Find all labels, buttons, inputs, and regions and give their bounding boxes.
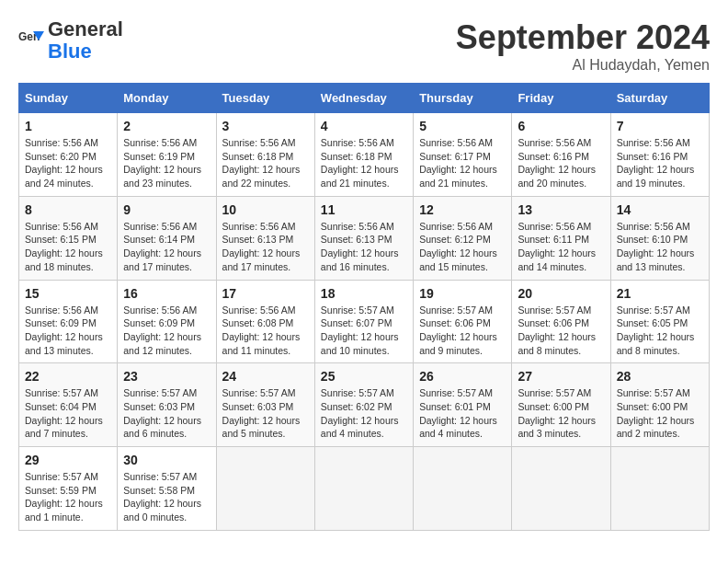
day-detail: Sunrise: 5:56 AM Sunset: 6:16 PM Dayligh…	[518, 136, 604, 190]
day-number: 1	[25, 119, 111, 133]
day-number: 27	[518, 369, 604, 384]
table-cell: 13Sunrise: 5:56 AM Sunset: 6:11 PM Dayli…	[512, 196, 610, 280]
week-row-4: 22Sunrise: 5:57 AM Sunset: 6:04 PM Dayli…	[19, 363, 710, 447]
day-detail: Sunrise: 5:56 AM Sunset: 6:13 PM Dayligh…	[321, 220, 407, 274]
day-number: 12	[419, 202, 506, 217]
table-cell	[314, 447, 413, 531]
table-cell: 9Sunrise: 5:56 AM Sunset: 6:14 PM Daylig…	[118, 196, 216, 280]
table-cell: 8Sunrise: 5:56 AM Sunset: 6:15 PM Daylig…	[19, 196, 118, 280]
table-cell: 17Sunrise: 5:56 AM Sunset: 6:08 PM Dayli…	[216, 280, 314, 363]
day-detail: Sunrise: 5:57 AM Sunset: 5:58 PM Dayligh…	[123, 470, 210, 524]
day-detail: Sunrise: 5:57 AM Sunset: 6:01 PM Dayligh…	[419, 386, 506, 441]
day-number: 2	[123, 119, 210, 133]
day-number: 6	[518, 119, 604, 133]
day-number: 25	[321, 369, 407, 384]
day-detail: Sunrise: 5:57 AM Sunset: 6:03 PM Dayligh…	[123, 386, 210, 441]
day-number: 7	[617, 119, 703, 133]
col-monday: Monday	[118, 84, 216, 113]
col-tuesday: Tuesday	[216, 84, 314, 113]
title-block: September 2024 Al Hudaydah, Yemen	[456, 18, 710, 74]
day-number: 10	[222, 202, 309, 217]
day-number: 18	[321, 286, 407, 301]
day-detail: Sunrise: 5:56 AM Sunset: 6:18 PM Dayligh…	[222, 136, 309, 190]
table-cell: 22Sunrise: 5:57 AM Sunset: 6:04 PM Dayli…	[19, 363, 118, 447]
day-detail: Sunrise: 5:57 AM Sunset: 6:06 PM Dayligh…	[518, 304, 604, 358]
day-detail: Sunrise: 5:56 AM Sunset: 6:08 PM Dayligh…	[222, 304, 309, 358]
day-detail: Sunrise: 5:56 AM Sunset: 6:16 PM Dayligh…	[617, 136, 703, 190]
table-cell: 3Sunrise: 5:56 AM Sunset: 6:18 PM Daylig…	[216, 113, 314, 197]
table-cell: 16Sunrise: 5:56 AM Sunset: 6:09 PM Dayli…	[118, 280, 216, 363]
day-detail: Sunrise: 5:57 AM Sunset: 6:07 PM Dayligh…	[321, 304, 407, 358]
location: Al Hudaydah, Yemen	[456, 57, 710, 74]
day-number: 16	[123, 286, 210, 301]
day-detail: Sunrise: 5:57 AM Sunset: 6:00 PM Dayligh…	[617, 386, 703, 441]
day-number: 3	[222, 119, 309, 133]
logo-icon: Gen	[18, 28, 44, 53]
day-detail: Sunrise: 5:57 AM Sunset: 6:02 PM Dayligh…	[321, 386, 407, 441]
day-number: 5	[419, 119, 506, 133]
week-row-3: 15Sunrise: 5:56 AM Sunset: 6:09 PM Dayli…	[19, 280, 710, 363]
table-cell	[216, 447, 314, 531]
col-saturday: Saturday	[610, 84, 709, 113]
table-cell: 19Sunrise: 5:57 AM Sunset: 6:06 PM Dayli…	[414, 280, 512, 363]
day-detail: Sunrise: 5:56 AM Sunset: 6:10 PM Dayligh…	[617, 220, 703, 274]
table-cell: 15Sunrise: 5:56 AM Sunset: 6:09 PM Dayli…	[19, 280, 118, 363]
day-detail: Sunrise: 5:57 AM Sunset: 6:05 PM Dayligh…	[617, 304, 703, 358]
day-detail: Sunrise: 5:56 AM Sunset: 6:14 PM Dayligh…	[123, 220, 210, 274]
table-cell: 14Sunrise: 5:56 AM Sunset: 6:10 PM Dayli…	[610, 196, 709, 280]
day-number: 11	[321, 202, 407, 217]
day-detail: Sunrise: 5:57 AM Sunset: 6:03 PM Dayligh…	[222, 386, 309, 441]
day-detail: Sunrise: 5:56 AM Sunset: 6:09 PM Dayligh…	[123, 304, 210, 358]
day-detail: Sunrise: 5:56 AM Sunset: 6:18 PM Dayligh…	[321, 136, 407, 190]
table-cell: 24Sunrise: 5:57 AM Sunset: 6:03 PM Dayli…	[216, 363, 314, 447]
week-row-2: 8Sunrise: 5:56 AM Sunset: 6:15 PM Daylig…	[19, 196, 710, 280]
day-number: 9	[123, 202, 210, 217]
table-cell: 26Sunrise: 5:57 AM Sunset: 6:01 PM Dayli…	[414, 363, 512, 447]
col-thursday: Thursday	[414, 84, 512, 113]
table-cell: 12Sunrise: 5:56 AM Sunset: 6:12 PM Dayli…	[414, 196, 512, 280]
table-cell: 11Sunrise: 5:56 AM Sunset: 6:13 PM Dayli…	[314, 196, 413, 280]
col-sunday: Sunday	[19, 84, 118, 113]
table-cell: 29Sunrise: 5:57 AM Sunset: 5:59 PM Dayli…	[19, 447, 118, 531]
day-number: 30	[123, 453, 210, 467]
day-detail: Sunrise: 5:57 AM Sunset: 5:59 PM Dayligh…	[25, 470, 111, 524]
day-number: 21	[617, 286, 703, 301]
day-detail: Sunrise: 5:56 AM Sunset: 6:19 PM Dayligh…	[123, 136, 210, 190]
day-detail: Sunrise: 5:57 AM Sunset: 6:06 PM Dayligh…	[419, 304, 506, 358]
week-row-5: 29Sunrise: 5:57 AM Sunset: 5:59 PM Dayli…	[19, 447, 710, 531]
day-number: 22	[25, 369, 111, 384]
logo-text: General Blue	[48, 18, 123, 63]
table-cell: 21Sunrise: 5:57 AM Sunset: 6:05 PM Dayli…	[610, 280, 709, 363]
day-detail: Sunrise: 5:56 AM Sunset: 6:20 PM Dayligh…	[25, 136, 111, 190]
table-cell: 5Sunrise: 5:56 AM Sunset: 6:17 PM Daylig…	[414, 113, 512, 197]
table-cell: 25Sunrise: 5:57 AM Sunset: 6:02 PM Dayli…	[314, 363, 413, 447]
day-number: 29	[25, 453, 111, 467]
day-detail: Sunrise: 5:57 AM Sunset: 6:04 PM Dayligh…	[25, 386, 111, 441]
table-cell: 6Sunrise: 5:56 AM Sunset: 6:16 PM Daylig…	[512, 113, 610, 197]
day-number: 17	[222, 286, 309, 301]
page-header: Gen General Blue September 2024 Al Huday…	[18, 18, 710, 74]
table-cell: 7Sunrise: 5:56 AM Sunset: 6:16 PM Daylig…	[610, 113, 709, 197]
day-number: 19	[419, 286, 506, 301]
day-number: 28	[617, 369, 703, 384]
calendar-header-row: Sunday Monday Tuesday Wednesday Thursday…	[19, 84, 710, 113]
table-cell: 10Sunrise: 5:56 AM Sunset: 6:13 PM Dayli…	[216, 196, 314, 280]
table-cell	[414, 447, 512, 531]
day-number: 14	[617, 202, 703, 217]
day-number: 24	[222, 369, 309, 384]
day-detail: Sunrise: 5:56 AM Sunset: 6:12 PM Dayligh…	[419, 220, 506, 274]
calendar-table: Sunday Monday Tuesday Wednesday Thursday…	[18, 83, 710, 531]
table-cell: 30Sunrise: 5:57 AM Sunset: 5:58 PM Dayli…	[118, 447, 216, 531]
table-cell: 23Sunrise: 5:57 AM Sunset: 6:03 PM Dayli…	[118, 363, 216, 447]
col-friday: Friday	[512, 84, 610, 113]
logo: Gen General Blue	[18, 18, 123, 63]
day-detail: Sunrise: 5:56 AM Sunset: 6:11 PM Dayligh…	[518, 220, 604, 274]
col-wednesday: Wednesday	[314, 84, 413, 113]
day-detail: Sunrise: 5:56 AM Sunset: 6:17 PM Dayligh…	[419, 136, 506, 190]
day-detail: Sunrise: 5:57 AM Sunset: 6:00 PM Dayligh…	[518, 386, 604, 441]
day-number: 26	[419, 369, 506, 384]
day-number: 23	[123, 369, 210, 384]
table-cell	[610, 447, 709, 531]
table-cell: 28Sunrise: 5:57 AM Sunset: 6:00 PM Dayli…	[610, 363, 709, 447]
table-cell: 18Sunrise: 5:57 AM Sunset: 6:07 PM Dayli…	[314, 280, 413, 363]
